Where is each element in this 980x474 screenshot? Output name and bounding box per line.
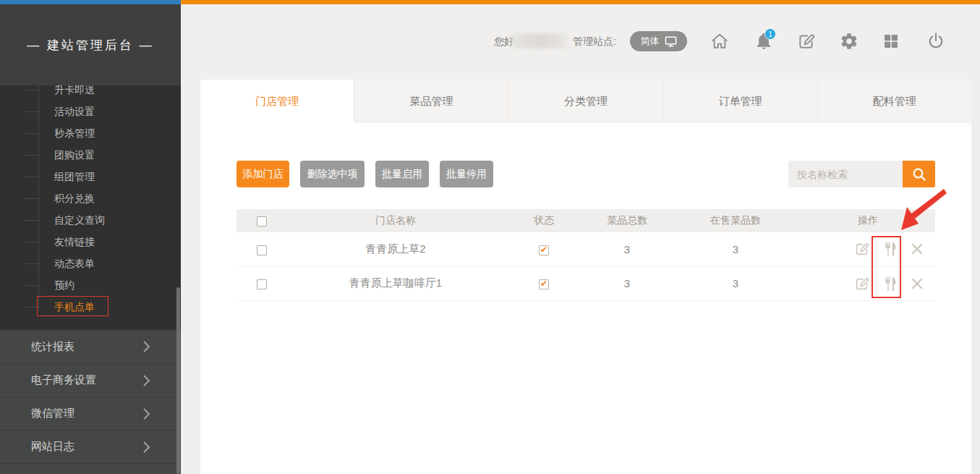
notification-badge: 1 [764, 28, 776, 40]
fork-knife-icon [882, 241, 898, 257]
edit-icon [797, 32, 816, 51]
group-label: 电子商务设置 [31, 373, 96, 387]
sidebar-brand-header: — 建站管理后台 — [0, 4, 181, 85]
sidebar-item-groupbuy[interactable]: 团购设置 [0, 144, 181, 166]
store-table: 门店名称 状态 菜品总数 在售菜品数 操作 青青原上草2 3 3 [237, 209, 935, 301]
sidebar-groups: 统计报表 电子商务设置 微信管理 网站日志 [0, 330, 181, 474]
search-input[interactable] [788, 161, 903, 187]
select-all-checkbox[interactable] [257, 216, 267, 227]
sidebar-item-activity[interactable]: 活动设置 [0, 101, 181, 122]
on-sale-value: 3 [670, 266, 801, 300]
content-card: 门店管理 菜品管理 分类管理 订单管理 配料管理 添加门店 删除选中项 批量启用… [200, 80, 971, 474]
sidebar-item-friend-links[interactable]: 友情链接 [0, 231, 181, 253]
top-strip-orange [181, 0, 980, 4]
close-icon [911, 242, 924, 255]
home-icon [710, 32, 729, 51]
group-label: 微信管理 [31, 407, 74, 420]
tab-dish-management[interactable]: 菜品管理 [354, 80, 508, 123]
language-switch-button[interactable]: 简体 [630, 31, 687, 51]
sidebar-item-dynamic-form[interactable]: 动态表单 [0, 253, 181, 274]
tab-store-management[interactable]: 门店管理 [200, 80, 354, 123]
edit-icon [854, 241, 870, 257]
column-header-on-sale: 在售菜品数 [670, 209, 801, 232]
power-icon [926, 32, 945, 51]
row-checkbox[interactable] [257, 279, 267, 289]
dishes-button[interactable] [882, 276, 898, 292]
sidebar-group-statistics[interactable]: 统计报表 [0, 330, 181, 363]
apps-button[interactable] [880, 30, 902, 52]
chevron-right-icon [142, 441, 150, 454]
sidebar-item-group-manage[interactable]: 组团管理 [0, 166, 181, 187]
delete-selected-button[interactable]: 删除选中项 [300, 161, 365, 187]
admin-screen: — 建站管理后台 — 升卡即送 活动设置 秒杀管理 团购设置 组团管理 积分兑换… [0, 0, 980, 474]
tab-category-management[interactable]: 分类管理 [508, 80, 662, 123]
greeting-text: 您好 [494, 35, 514, 48]
chevron-right-icon [142, 374, 150, 387]
language-label: 简体 [641, 35, 660, 48]
batch-enable-button[interactable]: 批量启用 [375, 161, 429, 187]
home-button[interactable] [709, 30, 730, 52]
store-name: 青青原上草咖啡厅1 [287, 266, 504, 300]
edit-icon [854, 276, 870, 292]
fork-knife-icon [882, 276, 898, 292]
logout-button[interactable] [925, 30, 947, 52]
edit-store-button[interactable] [854, 276, 870, 292]
sidebar-item-mobile-order[interactable]: 手机点单 [0, 296, 181, 318]
status-checkbox-checked[interactable] [539, 245, 549, 255]
dish-total-value: 3 [584, 232, 670, 266]
brand-title: — 建站管理后台 — [27, 37, 153, 54]
edit-store-button[interactable] [854, 241, 870, 257]
table-row: 青青原上草2 3 3 [237, 232, 935, 266]
tab-order-management[interactable]: 订单管理 [662, 80, 817, 123]
sidebar-submenu: 升卡即送 活动设置 秒杀管理 团购设置 组团管理 积分兑换 自定义查询 友情链接… [0, 85, 181, 330]
dish-total-value: 3 [584, 266, 670, 300]
batch-disable-button[interactable]: 批量停用 [440, 161, 493, 187]
sidebar-item-card-gift[interactable]: 升卡即送 [0, 79, 181, 101]
sidebar-item-points[interactable]: 积分兑换 [0, 187, 181, 209]
tab-ingredient-management[interactable]: 配料管理 [817, 80, 971, 123]
sidebar-item-reservation[interactable]: 预约 [0, 274, 181, 296]
settings-button[interactable] [838, 30, 860, 52]
sidebar-group-site-logs[interactable]: 网站日志 [0, 430, 181, 463]
table-row: 青青原上草咖啡厅1 3 3 [237, 266, 935, 300]
sidebar-item-custom-query[interactable]: 自定义查询 [0, 209, 181, 231]
group-label: 网站日志 [31, 440, 74, 454]
notifications-button[interactable]: 1 [753, 30, 775, 52]
delete-store-button[interactable] [911, 277, 924, 290]
search-icon [911, 166, 927, 182]
chevron-right-icon [142, 407, 150, 420]
column-header-status: 状态 [504, 209, 584, 232]
edit-button[interactable] [796, 30, 817, 52]
store-name: 青青原上草2 [287, 232, 504, 266]
sidebar-scrollbar[interactable] [176, 287, 180, 474]
sidebar-item-seckill[interactable]: 秒杀管理 [0, 122, 181, 144]
search-button[interactable] [903, 161, 935, 187]
site-label: 管理站点: [573, 35, 616, 48]
on-sale-value: 3 [670, 232, 801, 266]
close-icon [911, 277, 924, 290]
tab-bar: 门店管理 菜品管理 分类管理 订单管理 配料管理 [200, 80, 971, 123]
row-checkbox[interactable] [257, 245, 267, 255]
status-checkbox-checked[interactable] [539, 279, 549, 289]
sidebar: — 建站管理后台 — 升卡即送 活动设置 秒杀管理 团购设置 组团管理 积分兑换… [0, 4, 181, 474]
chevron-right-icon [142, 340, 150, 353]
table-header-row: 门店名称 状态 菜品总数 在售菜品数 操作 [237, 209, 935, 232]
column-header-actions: 操作 [801, 209, 935, 232]
column-header-dish-total: 菜品总数 [584, 209, 670, 232]
grid-icon [882, 33, 900, 50]
add-store-button[interactable]: 添加门店 [237, 161, 289, 187]
sidebar-group-wechat[interactable]: 微信管理 [0, 397, 181, 430]
delete-store-button[interactable] [911, 242, 924, 255]
redacted-username [512, 33, 567, 48]
monitor-icon [665, 35, 677, 48]
group-separator [0, 463, 181, 474]
dishes-button[interactable] [882, 241, 898, 257]
column-header-name: 门店名称 [287, 209, 504, 232]
gear-icon [840, 32, 858, 51]
group-label: 统计报表 [31, 340, 74, 354]
sidebar-group-ecommerce[interactable]: 电子商务设置 [0, 363, 181, 397]
